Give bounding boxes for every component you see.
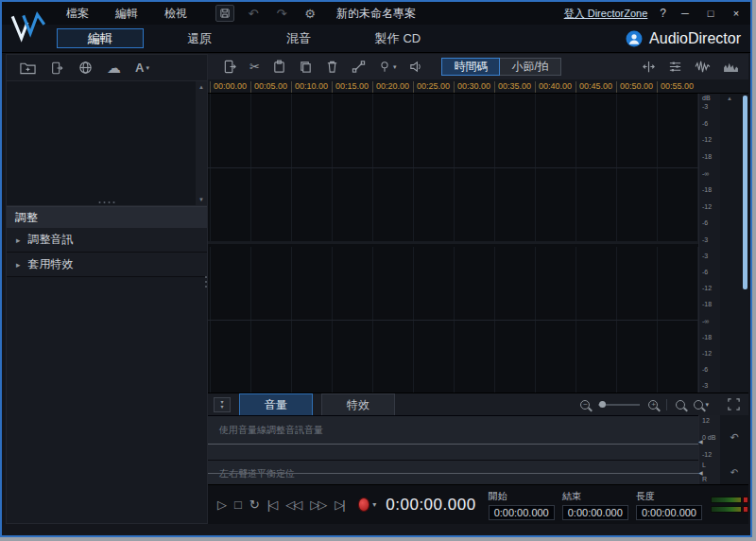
rewind-button[interactable]: ◁◁ <box>285 497 301 512</box>
snap-icon[interactable] <box>642 60 656 74</box>
zoom-in-icon[interactable]: + <box>648 400 658 410</box>
menu-view[interactable]: 檢視 <box>151 6 200 22</box>
help-icon[interactable]: ? <box>660 7 666 20</box>
tab-volume[interactable]: 音量 <box>239 393 313 415</box>
go-to-end-button[interactable]: ▷| <box>335 497 343 512</box>
maximize-button[interactable]: □ <box>704 8 717 19</box>
pan-lane[interactable]: 左右聲道平衡定位 <box>208 460 698 484</box>
db-label: -12 <box>702 285 719 291</box>
stop-button[interactable]: □ <box>234 497 240 512</box>
collapse-lanes-button[interactable]: ▾ ▾ <box>214 397 231 412</box>
timecode-mode-button[interactable]: 時間碼 <box>441 58 500 76</box>
db-label: -12 <box>702 350 719 357</box>
paste-icon[interactable] <box>272 60 286 74</box>
settings-gear-icon[interactable]: ⚙ <box>301 5 319 22</box>
bars-beats-mode-button[interactable]: 小節/拍 <box>500 58 560 76</box>
waveform-view-icon[interactable] <box>695 61 711 73</box>
expand-arrow-icon: ▸ <box>16 236 21 245</box>
panel-splitter-handle[interactable] <box>205 276 207 288</box>
scroll-down-icon[interactable]: ▼ <box>198 197 204 202</box>
scroll-up-icon[interactable]: ▲ <box>727 96 732 101</box>
play-button[interactable]: ▷ <box>217 497 225 512</box>
zoom-region-icon[interactable] <box>676 400 685 410</box>
app-logo <box>6 3 51 52</box>
pan-envelope-line[interactable] <box>208 473 698 474</box>
end-label: 結束 <box>562 490 628 503</box>
globe-download-icon[interactable] <box>78 61 93 75</box>
go-to-start-button[interactable]: |◁ <box>267 497 276 512</box>
adjust-sliders-icon[interactable] <box>668 60 682 74</box>
trim-icon[interactable] <box>352 60 366 74</box>
scroll-up-icon[interactable]: ▲ <box>198 84 204 90</box>
user-account-icon[interactable] <box>626 30 643 47</box>
volume-lane[interactable]: 使用音量線調整音訊音量 <box>208 415 698 460</box>
record-button[interactable] <box>358 497 370 512</box>
time-tick: 00:40.00 <box>535 81 572 94</box>
db-label: -3 <box>702 253 719 259</box>
redo-icon[interactable]: ↷ <box>272 5 291 22</box>
menu-file[interactable]: 檔案 <box>53 6 102 22</box>
menubar: 檔案 編輯 檢視 <box>53 6 200 22</box>
minimize-button[interactable]: ─ <box>679 8 692 19</box>
marker-icon[interactable]: ▾ <box>378 60 397 74</box>
project-title: 新的未命名專案 <box>336 2 416 25</box>
spectrum-view-icon[interactable] <box>723 61 739 73</box>
signin-directorzone-link[interactable]: 登入 DirectorZone <box>564 7 648 21</box>
apply-effects-row[interactable]: ▸ 套用特效 <box>7 253 207 277</box>
brand-name: AudioDirector <box>649 30 741 47</box>
tab-edit[interactable]: 編輯 <box>57 28 144 48</box>
waveform-channel-left[interactable] <box>208 94 698 244</box>
waveform-channel-right[interactable] <box>208 247 698 393</box>
volume-lane-hint: 使用音量線調整音訊音量 <box>219 424 323 437</box>
fit-view-icon[interactable] <box>727 397 741 415</box>
vertical-scrollbar-thumb[interactable] <box>743 96 747 289</box>
volume-indicator-icon: ◀ <box>698 438 703 445</box>
normalize-icon[interactable] <box>408 60 422 74</box>
zoom-slider-thumb[interactable] <box>599 401 606 408</box>
length-value: 0:00:00.000 <box>636 505 702 520</box>
timeline-ruler[interactable]: 00:00.00 00:05.00 00:10.00 00:15.00 00:2… <box>208 79 698 94</box>
copy-icon[interactable] <box>299 60 313 74</box>
waveform-area[interactable] <box>208 94 698 393</box>
cut-icon[interactable]: ✂ <box>249 61 260 73</box>
export-media-icon[interactable] <box>50 61 64 75</box>
start-value: 0:00:00.000 <box>489 505 555 520</box>
save-icon[interactable] <box>215 5 234 22</box>
record-options-caret-icon[interactable]: ▾ <box>372 500 376 509</box>
zoom-preset-icon[interactable]: ▾ <box>694 400 709 410</box>
zoom-slider[interactable] <box>598 404 640 406</box>
library-resize-handle[interactable] <box>99 201 115 203</box>
menu-edit[interactable]: 編輯 <box>102 6 151 22</box>
time-tick: 00:30.00 <box>454 81 490 94</box>
loop-button[interactable]: ↻ <box>249 497 258 512</box>
adjust-audio-row[interactable]: ▸ 調整音訊 <box>7 228 207 253</box>
reset-volume-icon[interactable]: ↶ <box>730 431 738 444</box>
export-icon[interactable] <box>223 60 237 74</box>
vertical-scroll-gutter: ▲ <box>720 94 748 393</box>
tab-create-cd[interactable]: 製作 CD <box>354 28 441 48</box>
tab-restore[interactable]: 還原 <box>156 28 243 48</box>
media-library-list[interactable]: ▲ ▼ <box>7 80 207 206</box>
reset-pan-icon[interactable]: ↶ <box>730 467 738 478</box>
undo-icon[interactable]: ↶ <box>244 5 263 22</box>
time-tick: 00:35.00 <box>494 81 531 94</box>
clip-indicator-left <box>743 497 748 503</box>
apply-effects-label: 套用特效 <box>28 256 74 272</box>
import-media-icon[interactable] <box>20 61 36 75</box>
db-label: -6 <box>702 219 719 226</box>
tab-mix[interactable]: 混音 <box>255 28 342 48</box>
volume-envelope-line[interactable] <box>208 444 698 445</box>
volume-scale-ruler: 12 0 dB -12 ◀ <box>698 415 720 460</box>
expand-arrow-icon: ▸ <box>16 260 21 270</box>
chevron-down-icon: ▾ <box>146 64 149 71</box>
tab-effects[interactable]: 特效 <box>321 393 395 415</box>
library-scrollbar[interactable]: ▲ ▼ <box>196 81 207 205</box>
delete-icon[interactable] <box>325 60 339 74</box>
zoom-out-icon[interactable]: − <box>580 400 590 410</box>
cloud-icon[interactable]: ☁ <box>107 61 121 75</box>
fast-forward-button[interactable]: ▷▷ <box>310 497 325 512</box>
text-to-speech-icon[interactable]: A▾ <box>135 61 149 74</box>
db-label: -6 <box>702 366 719 373</box>
playhead-time-display: 0:00:00.000 <box>386 496 475 515</box>
close-button[interactable]: × <box>730 8 743 19</box>
